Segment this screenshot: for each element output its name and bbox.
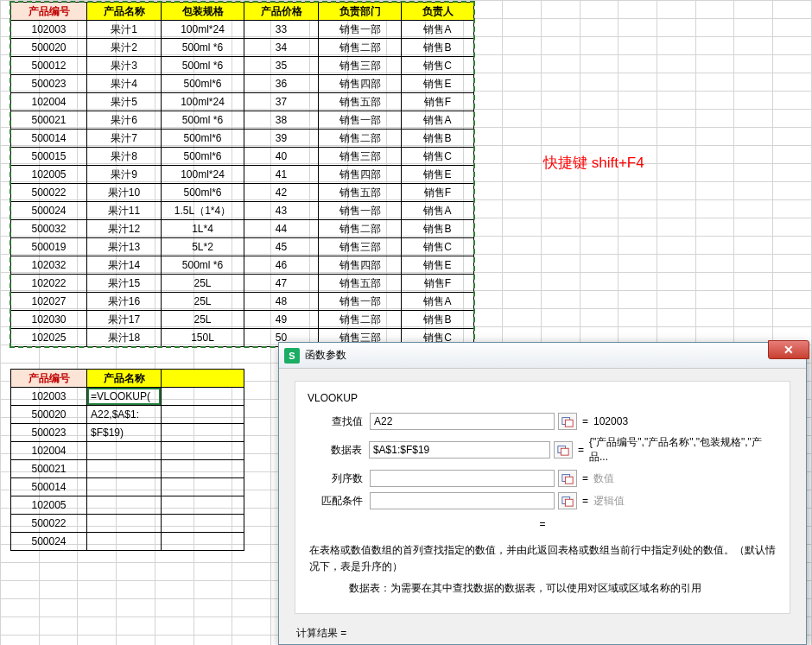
close-button[interactable]: ✕ xyxy=(768,340,809,359)
data-cell[interactable]: 500020 xyxy=(11,39,87,57)
data-cell[interactable]: 销售一部 xyxy=(319,21,402,39)
data-cell[interactable] xyxy=(87,478,162,496)
data-cell[interactable]: 销售五部 xyxy=(319,93,402,111)
data-cell[interactable]: 42 xyxy=(244,184,319,202)
data-cell[interactable]: 500ml*6 xyxy=(162,75,244,93)
data-cell[interactable]: 102004 xyxy=(11,93,87,111)
data-cell[interactable]: 销售B xyxy=(402,220,474,238)
data-cell[interactable]: 500024 xyxy=(11,533,87,551)
data-cell[interactable] xyxy=(162,424,244,442)
data-cell[interactable]: 43 xyxy=(244,202,319,220)
data-cell[interactable]: 39 xyxy=(244,130,319,148)
data-cell[interactable]: 果汁10 xyxy=(87,184,162,202)
data-cell[interactable]: 500024 xyxy=(11,202,87,220)
data-cell[interactable]: 500014 xyxy=(11,130,87,148)
col-header[interactable]: 包装规格 xyxy=(162,3,244,21)
data-cell[interactable]: 销售E xyxy=(402,166,474,184)
data-cell[interactable]: 销售三部 xyxy=(319,148,402,166)
data-cell[interactable]: 销售C xyxy=(402,238,474,256)
data-cell[interactable]: 1.5L（1*4） xyxy=(162,202,244,220)
data-cell[interactable]: 销售A xyxy=(402,202,474,220)
data-cell[interactable]: 销售四部 xyxy=(319,166,402,184)
data-cell[interactable]: 销售F xyxy=(402,93,474,111)
data-cell[interactable]: 销售三部 xyxy=(319,238,402,256)
col-header[interactable] xyxy=(162,370,244,388)
data-cell[interactable]: 500019 xyxy=(11,238,87,256)
data-cell[interactable]: 果汁14 xyxy=(87,256,162,275)
data-cell[interactable]: 102025 xyxy=(11,329,87,347)
data-cell[interactable]: 果汁4 xyxy=(87,75,162,93)
data-cell[interactable]: 1L*4 xyxy=(162,220,244,238)
data-cell[interactable]: 销售C xyxy=(402,57,474,75)
dialog-titlebar[interactable]: S 函数参数 ✕ xyxy=(279,343,806,369)
data-cell[interactable]: 500ml *6 xyxy=(162,111,244,130)
data-cell[interactable]: 48 xyxy=(244,293,319,311)
data-cell[interactable]: 500023 xyxy=(11,424,87,442)
data-cell[interactable] xyxy=(162,478,244,496)
col-header[interactable]: 产品价格 xyxy=(244,3,319,21)
data-cell[interactable]: 果汁15 xyxy=(87,275,162,293)
data-cell[interactable] xyxy=(162,388,244,406)
data-cell[interactable]: 500014 xyxy=(11,478,87,496)
data-cell[interactable]: 37 xyxy=(244,93,319,111)
data-cell[interactable]: 果汁9 xyxy=(87,166,162,184)
data-cell[interactable]: 果汁16 xyxy=(87,293,162,311)
data-cell[interactable]: 销售一部 xyxy=(319,111,402,130)
param-input[interactable] xyxy=(370,470,555,487)
data-cell[interactable]: 500ml*6 xyxy=(162,184,244,202)
data-cell[interactable]: 500ml *6 xyxy=(162,256,244,275)
data-cell[interactable]: 果汁8 xyxy=(87,148,162,166)
data-cell[interactable]: 102022 xyxy=(11,275,87,293)
data-cell[interactable]: 102005 xyxy=(11,496,87,515)
data-cell[interactable]: 25L xyxy=(162,275,244,293)
data-cell[interactable]: 果汁7 xyxy=(87,130,162,148)
data-cell[interactable]: 销售A xyxy=(402,111,474,130)
data-cell[interactable]: 销售五部 xyxy=(319,275,402,293)
data-cell[interactable]: 销售B xyxy=(402,39,474,57)
data-cell[interactable]: 销售二部 xyxy=(319,130,402,148)
data-cell[interactable] xyxy=(87,442,162,460)
data-cell[interactable]: 102005 xyxy=(11,166,87,184)
param-input[interactable] xyxy=(370,492,555,509)
col-header[interactable]: 产品编号 xyxy=(11,370,87,388)
data-cell[interactable]: 销售三部 xyxy=(319,57,402,75)
data-cell[interactable]: 25L xyxy=(162,311,244,329)
data-cell[interactable]: 500023 xyxy=(11,75,87,93)
data-cell[interactable]: 35 xyxy=(244,57,319,75)
data-cell[interactable]: 销售E xyxy=(402,256,474,275)
data-cell[interactable]: 果汁6 xyxy=(87,111,162,130)
data-cell[interactable]: 销售二部 xyxy=(319,311,402,329)
data-cell[interactable]: 销售B xyxy=(402,130,474,148)
data-cell[interactable]: 销售一部 xyxy=(319,202,402,220)
data-cell[interactable] xyxy=(162,406,244,424)
data-cell[interactable]: 36 xyxy=(244,75,319,93)
data-cell[interactable]: 40 xyxy=(244,148,319,166)
data-cell[interactable]: $F$19) xyxy=(87,424,162,442)
col-header[interactable]: 产品名称 xyxy=(87,3,162,21)
data-cell[interactable] xyxy=(87,533,162,551)
data-cell[interactable]: 49 xyxy=(244,311,319,329)
data-cell[interactable]: A22,$A$1: xyxy=(87,406,162,424)
data-cell[interactable]: 33 xyxy=(244,21,319,39)
data-cell[interactable]: 500012 xyxy=(11,57,87,75)
data-cell[interactable]: 果汁13 xyxy=(87,238,162,256)
data-cell[interactable] xyxy=(87,515,162,533)
data-cell[interactable]: 果汁5 xyxy=(87,93,162,111)
data-cell[interactable]: 100ml*24 xyxy=(162,93,244,111)
data-cell[interactable]: 销售E xyxy=(402,75,474,93)
data-cell[interactable]: 500ml*6 xyxy=(162,148,244,166)
data-cell[interactable]: 销售F xyxy=(402,184,474,202)
data-cell[interactable]: 果汁17 xyxy=(87,311,162,329)
data-cell[interactable]: 100ml*24 xyxy=(162,21,244,39)
data-cell[interactable]: 44 xyxy=(244,220,319,238)
range-picker-icon[interactable] xyxy=(554,441,573,458)
data-cell[interactable]: 果汁2 xyxy=(87,39,162,57)
data-cell[interactable]: 销售五部 xyxy=(319,184,402,202)
data-cell[interactable]: 500020 xyxy=(11,406,87,424)
data-cell[interactable]: 34 xyxy=(244,39,319,57)
data-cell[interactable]: 销售二部 xyxy=(319,220,402,238)
data-cell[interactable]: 销售A xyxy=(402,293,474,311)
data-cell[interactable]: 102027 xyxy=(11,293,87,311)
data-cell[interactable]: 销售二部 xyxy=(319,39,402,57)
data-cell[interactable]: 500ml*6 xyxy=(162,130,244,148)
